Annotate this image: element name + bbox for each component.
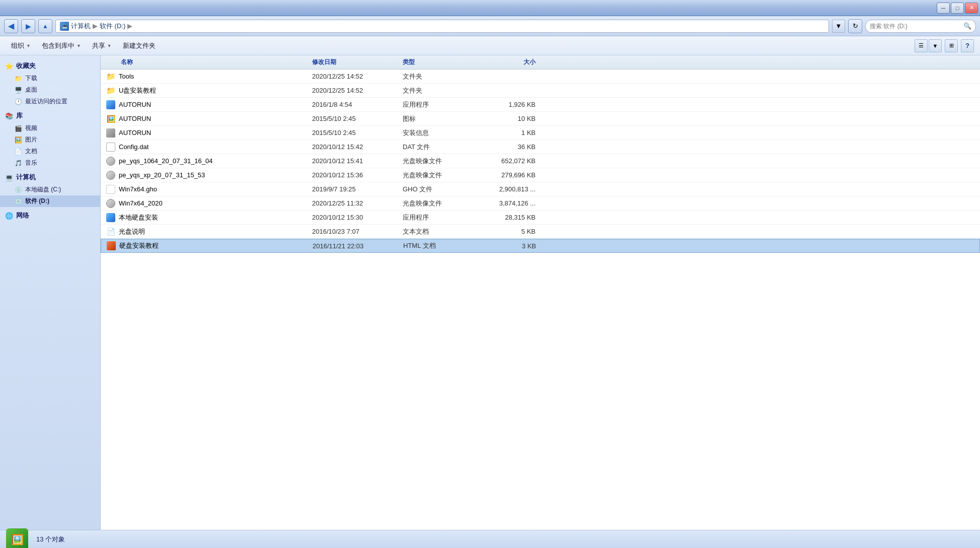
file-size: 652,072 KB <box>473 157 544 165</box>
recent-icon: 🕐 <box>14 98 22 106</box>
sidebar-item-doc[interactable]: 📄 文档 <box>0 146 100 157</box>
favorites-header[interactable]: ⭐ 收藏夹 <box>0 59 100 73</box>
sidebar-item-image[interactable]: 🖼️ 图片 <box>0 134 100 146</box>
favorites-star-icon: ⭐ <box>5 62 13 70</box>
sidebar-item-drive-c[interactable]: 💿 本地磁盘 (C:) <box>0 184 100 195</box>
image-label: 图片 <box>25 135 37 144</box>
sidebar-item-desktop[interactable]: 🖥️ 桌面 <box>0 84 100 96</box>
file-name-cell: AUTORUN <box>101 100 312 110</box>
view-arrow-button[interactable]: ▼ <box>929 39 942 52</box>
iso-icon <box>106 199 115 208</box>
table-row[interactable]: 📁 U盘安装教程 2020/12/25 14:52 文件夹 <box>101 84 980 98</box>
file-name-cell: pe_yqs_xp_20_07_31_15_53 <box>101 170 312 180</box>
refresh-button[interactable]: ↻ <box>848 19 862 33</box>
file-date: 2015/5/10 2:45 <box>312 115 403 122</box>
file-name-cell: 📁 Tools <box>101 72 312 82</box>
view-buttons: ☰ ▼ <box>915 39 942 52</box>
file-icon <box>106 100 116 110</box>
path-drive: 软件 (D:) <box>100 22 125 31</box>
dat-icon <box>106 143 115 152</box>
table-row[interactable]: pe_yqs_1064_20_07_31_16_04 2020/10/12 15… <box>101 154 980 168</box>
include-library-button[interactable]: 包含到库中 ▼ <box>37 39 86 52</box>
favorites-label: 收藏夹 <box>16 61 36 71</box>
library-label: 库 <box>16 111 23 120</box>
path-computer-icon: 💻 <box>60 22 69 31</box>
computer-header[interactable]: 💻 计算机 <box>0 171 100 184</box>
file-icon <box>106 128 116 138</box>
file-date: 2020/12/25 11:32 <box>312 199 403 207</box>
new-folder-button[interactable]: 新建文件夹 <box>118 39 161 52</box>
file-date: 2020/12/25 14:52 <box>312 73 403 80</box>
file-size: 28,315 KB <box>473 214 544 221</box>
organize-button[interactable]: 组织 ▼ <box>6 39 36 52</box>
table-row[interactable]: 本地硬盘安装 2020/10/12 15:30 应用程序 28,315 KB <box>101 211 980 225</box>
file-name: AUTORUN <box>119 101 151 108</box>
sidebar-item-music[interactable]: 🎵 音乐 <box>0 157 100 169</box>
sidebar-item-drive-d[interactable]: 💿 软件 (D:) <box>0 195 100 207</box>
file-type: 光盘映像文件 <box>403 171 473 180</box>
file-name-cell: 🖼️ AUTORUN <box>101 114 312 124</box>
file-icon <box>106 241 116 251</box>
col-date-header[interactable]: 修改日期 <box>312 58 403 66</box>
share-button[interactable]: 共享 ▼ <box>87 39 117 52</box>
table-row[interactable]: 📁 Tools 2020/12/25 14:52 文件夹 <box>101 70 980 84</box>
file-size: 3 KB <box>474 242 544 250</box>
table-row[interactable]: 硬盘安装教程 2016/11/21 22:03 HTML 文档 3 KB <box>101 239 980 253</box>
up-button[interactable]: ▲ <box>38 19 52 33</box>
maximize-button[interactable]: □ <box>951 3 964 14</box>
table-row[interactable]: AUTORUN 2015/5/10 2:45 安装信息 1 KB <box>101 126 980 140</box>
preview-button[interactable]: ⊞ <box>945 39 958 52</box>
main-layout: ⭐ 收藏夹 📁 下载 🖥️ 桌面 🕐 最近访问的位置 📚 库 <box>0 55 980 530</box>
search-input[interactable] <box>870 23 961 30</box>
close-button[interactable]: ✕ <box>965 3 978 14</box>
view-toggle-button[interactable]: ☰ <box>915 39 928 52</box>
network-icon: 🌐 <box>5 212 13 220</box>
address-path[interactable]: 💻 计算机 ▶ 软件 (D:) ▶ <box>55 20 829 33</box>
drive-d-icon: 💿 <box>14 197 22 206</box>
col-size-header[interactable]: 大小 <box>473 58 544 66</box>
statusbar: 🖼️ 13 个对象 <box>0 530 980 548</box>
table-row[interactable]: 📄 光盘说明 2016/10/23 7:07 文本文档 5 KB <box>101 225 980 239</box>
col-type-header[interactable]: 类型 <box>403 58 473 66</box>
help-button[interactable]: ? <box>961 39 974 52</box>
forward-button[interactable]: ▶ <box>21 19 35 33</box>
titlebar: ─ □ ✕ <box>0 0 980 16</box>
file-date: 2020/10/12 15:42 <box>312 143 403 151</box>
file-name: pe_yqs_1064_20_07_31_16_04 <box>119 157 213 165</box>
file-icon <box>106 213 116 223</box>
drive-c-icon: 💿 <box>14 186 22 194</box>
table-row[interactable]: pe_yqs_xp_20_07_31_15_53 2020/10/12 15:3… <box>101 168 980 182</box>
file-icon <box>106 184 116 194</box>
library-header[interactable]: 📚 库 <box>0 109 100 122</box>
minimize-button[interactable]: ─ <box>937 3 950 14</box>
table-row[interactable]: Win7x64_2020 2020/12/25 11:32 光盘映像文件 3,8… <box>101 196 980 211</box>
file-type: 文件夹 <box>403 72 473 81</box>
back-button[interactable]: ◀ <box>4 19 18 33</box>
html-icon <box>107 241 116 250</box>
table-row[interactable]: 🖼️ AUTORUN 2015/5/10 2:45 图标 10 KB <box>101 112 980 126</box>
sidebar-item-video[interactable]: 🎬 视频 <box>0 122 100 134</box>
table-row[interactable]: Config.dat 2020/10/12 15:42 DAT 文件 36 KB <box>101 140 980 154</box>
library-icon: 📚 <box>5 112 13 120</box>
file-type: 应用程序 <box>403 213 473 222</box>
file-icon <box>106 170 116 180</box>
network-header[interactable]: 🌐 网络 <box>0 209 100 222</box>
file-list-header: 名称 修改日期 类型 大小 <box>101 55 980 70</box>
address-dropdown-button[interactable]: ▼ <box>832 20 845 33</box>
titlebar-buttons: ─ □ ✕ <box>937 3 978 14</box>
table-row[interactable]: Win7x64.gho 2019/9/7 19:25 GHO 文件 2,900,… <box>101 182 980 196</box>
col-name-header[interactable]: 名称 <box>101 58 312 66</box>
music-label: 音乐 <box>25 159 37 167</box>
drive-d-label: 软件 (D:) <box>25 197 49 206</box>
setup-icon <box>106 128 115 138</box>
file-type: 文本文档 <box>403 227 473 236</box>
network-section: 🌐 网络 <box>0 209 100 222</box>
path-computer: 计算机 <box>71 22 91 31</box>
table-row[interactable]: AUTORUN 2016/1/8 4:54 应用程序 1,926 KB <box>101 98 980 112</box>
sidebar-item-downloads[interactable]: 📁 下载 <box>0 73 100 84</box>
sidebar-item-recent[interactable]: 🕐 最近访问的位置 <box>0 96 100 107</box>
file-type: 光盘映像文件 <box>403 199 473 208</box>
file-icon: 📁 <box>106 86 116 96</box>
file-date: 2020/10/12 15:41 <box>312 157 403 165</box>
iso-icon <box>106 157 115 166</box>
